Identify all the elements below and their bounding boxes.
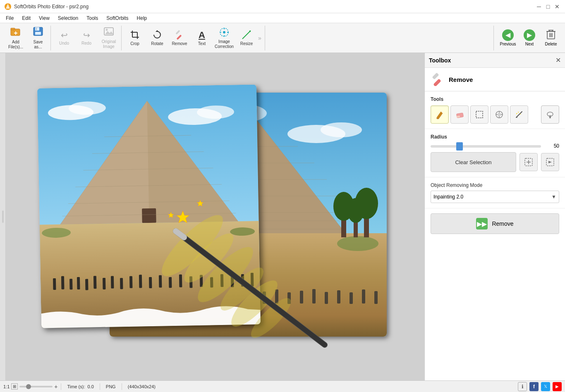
redo-label: Redo xyxy=(81,41,91,46)
remove-button[interactable]: Remove xyxy=(169,26,190,50)
toolbar-nav: ◀ Previous ▶ Next Delete xyxy=(493,26,562,50)
delete-label: Delete xyxy=(545,42,557,47)
share-icon[interactable]: f xyxy=(529,382,539,391)
svg-marker-156 xyxy=(548,161,552,163)
previous-button[interactable]: ◀ Previous xyxy=(497,26,519,50)
svg-point-11 xyxy=(106,29,108,31)
toolbar-group-tools: Crop Rotate Remove A Text xyxy=(122,26,265,50)
save-as-button[interactable]: Saveas... xyxy=(27,26,49,50)
redo-button[interactable]: ↪ Redo xyxy=(76,26,97,50)
svg-rect-68 xyxy=(275,289,278,304)
load-selection-button[interactable] xyxy=(541,153,559,171)
svg-rect-90 xyxy=(142,208,156,223)
undo-button[interactable]: ↩ Undo xyxy=(53,26,75,50)
svg-point-20 xyxy=(223,31,225,33)
select-rect-button[interactable] xyxy=(470,105,488,124)
remove-action-arrow-icon: ▶▶ xyxy=(476,218,488,229)
app-logo xyxy=(4,3,12,10)
close-button[interactable]: ✕ xyxy=(553,3,561,10)
text-label: Text xyxy=(198,41,206,46)
svg-rect-117 xyxy=(210,277,213,287)
tools-section-title: Tools xyxy=(431,96,559,102)
title-bar: SoftOrbits Photo Editor - psr2.png ─ □ ✕ xyxy=(0,0,565,13)
menu-softorbits[interactable]: SoftOrbits xyxy=(103,14,132,22)
text-icon: A xyxy=(199,30,205,41)
mode-section: Object Removing Mode Inpainting 2.0 Inpa… xyxy=(425,177,565,208)
add-files-button[interactable]: AddFile(s)... xyxy=(5,26,26,50)
magic-wand-button[interactable] xyxy=(510,105,528,124)
menu-selection[interactable]: Selection xyxy=(55,14,81,22)
status-separator-1 xyxy=(61,383,61,390)
twitter-icon[interactable]: 𝕏 xyxy=(541,382,550,391)
toolbox-close-button[interactable]: ✕ xyxy=(555,56,561,64)
save-selection-button[interactable] xyxy=(520,153,538,171)
svg-rect-104 xyxy=(85,279,88,290)
menu-tools[interactable]: Tools xyxy=(83,14,101,22)
svg-rect-7 xyxy=(35,27,39,31)
svg-rect-102 xyxy=(69,279,72,289)
status-separator-3 xyxy=(122,383,122,390)
eraser-tool-button[interactable] xyxy=(450,105,469,124)
brush-tool-button[interactable] xyxy=(431,105,449,124)
undo-icon: ↩ xyxy=(61,30,68,40)
svg-rect-101 xyxy=(61,276,65,289)
svg-rect-18 xyxy=(175,30,180,34)
svg-point-39 xyxy=(321,122,362,137)
crop-button[interactable]: Crop xyxy=(124,26,146,50)
title-bar-left: SoftOrbits Photo Editor - psr2.png xyxy=(4,3,89,10)
radius-section: Radius 50 Clear Selection xyxy=(425,129,565,177)
toolbox-panel: Toolbox ✕ Remove Tools xyxy=(424,53,565,380)
resize-button[interactable]: Resize xyxy=(236,26,257,50)
toolbar-group-file: AddFile(s)... Saveas... xyxy=(3,26,51,50)
resize-label: Resize xyxy=(240,41,253,46)
svg-rect-75 xyxy=(362,289,365,304)
zoom-slider[interactable] xyxy=(19,386,53,387)
toolbar-expand-handle[interactable]: » xyxy=(258,35,263,41)
menu-help[interactable]: Help xyxy=(134,14,151,22)
rotate-button[interactable]: Rotate xyxy=(146,26,168,50)
svg-rect-110 xyxy=(139,275,142,288)
zoom-in-icon[interactable]: + xyxy=(54,383,57,390)
svg-rect-70 xyxy=(300,291,303,304)
mode-select-wrap: Inpainting 2.0 Inpainting 1.0 Context Aw… xyxy=(431,191,559,203)
menu-edit[interactable]: Edit xyxy=(19,14,34,22)
original-image-button[interactable]: OriginalImage xyxy=(98,26,120,50)
add-files-label: AddFile(s)... xyxy=(8,40,23,50)
magic-select-button[interactable] xyxy=(490,105,508,124)
svg-rect-17 xyxy=(177,34,182,39)
minimize-button[interactable]: ─ xyxy=(535,3,543,10)
main-area: Toolbox ✕ Remove Tools xyxy=(0,53,565,380)
maximize-button[interactable]: □ xyxy=(544,3,552,10)
remove-label: Remove xyxy=(172,41,187,46)
info-icon[interactable]: ℹ xyxy=(518,382,527,391)
menu-file[interactable]: File xyxy=(2,14,17,22)
svg-rect-72 xyxy=(325,292,328,304)
text-button[interactable]: A Text xyxy=(191,26,213,50)
stamp-tool-button[interactable] xyxy=(541,105,559,124)
image-correction-button[interactable]: ImageCorrection xyxy=(213,26,235,50)
add-files-icon xyxy=(10,26,22,39)
svg-rect-105 xyxy=(93,276,97,289)
image-correction-label: ImageCorrection xyxy=(215,39,234,49)
menu-view[interactable]: View xyxy=(36,14,53,22)
clear-selection-button[interactable]: Clear Selection xyxy=(431,152,516,172)
photo-foreground[interactable] xyxy=(37,84,261,328)
svg-rect-71 xyxy=(312,289,316,304)
radius-slider[interactable] xyxy=(431,145,541,148)
svg-point-140 xyxy=(498,113,501,116)
zoom-fit-icon[interactable]: ⊞ xyxy=(11,383,18,390)
original-image-label: OriginalImage xyxy=(102,39,116,49)
mode-select[interactable]: Inpainting 2.0 Inpainting 1.0 Context Aw… xyxy=(431,191,549,203)
status-zoom-group: 1:1 ⊞ + xyxy=(3,383,57,390)
svg-rect-107 xyxy=(111,276,114,289)
next-button[interactable]: ▶ Next xyxy=(519,26,540,50)
delete-button[interactable]: Delete xyxy=(540,26,562,50)
dimensions-label: (440x340x24) xyxy=(125,384,158,389)
mode-arrow-icon: ▼ xyxy=(549,194,559,200)
remove-action-button[interactable]: ▶▶ Remove xyxy=(431,213,559,234)
youtube-icon[interactable]: ▶ xyxy=(553,382,562,391)
tools-row xyxy=(431,105,559,124)
svg-rect-74 xyxy=(350,292,353,304)
svg-rect-109 xyxy=(129,276,133,288)
svg-line-145 xyxy=(516,112,522,117)
